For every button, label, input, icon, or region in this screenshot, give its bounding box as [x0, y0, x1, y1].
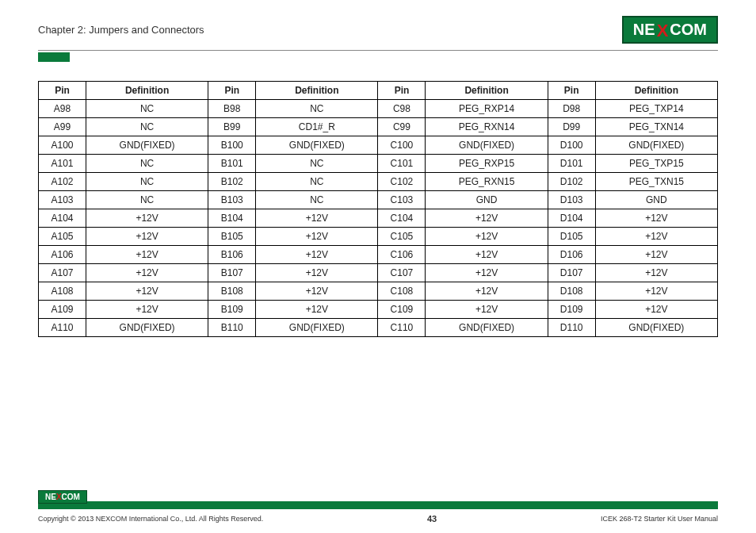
table-row: A104+12VB104+12VC104+12VD104+12V	[39, 209, 718, 228]
footer-brand-x-icon: X	[56, 493, 62, 501]
pin-cell: D100	[548, 136, 595, 155]
page-number: 43	[427, 514, 437, 523]
table-row: A107+12VB107+12VC107+12VD107+12V	[39, 264, 718, 282]
pin-cell: D110	[548, 319, 595, 337]
pin-cell: B105	[208, 228, 256, 246]
pin-cell: D98	[548, 100, 595, 118]
definition-cell: +12V	[86, 209, 208, 228]
pin-cell: A104	[39, 209, 86, 228]
pin-cell: B98	[208, 100, 256, 118]
pin-cell: A107	[39, 264, 86, 282]
pin-cell: B106	[208, 246, 256, 264]
definition-cell: +12V	[595, 282, 717, 301]
definition-cell: +12V	[86, 264, 208, 282]
definition-cell: NC	[256, 191, 378, 209]
pin-cell: B107	[208, 264, 256, 282]
pin-cell: C107	[378, 264, 426, 282]
pin-cell: D107	[548, 264, 595, 282]
pin-cell: B102	[208, 173, 256, 191]
definition-cell: PEG_TXN15	[595, 173, 717, 191]
col-header-pin: Pin	[378, 82, 426, 100]
pin-cell: C109	[378, 301, 426, 319]
pin-cell: D104	[548, 209, 595, 228]
pin-cell: A98	[39, 100, 86, 118]
definition-cell: +12V	[86, 301, 208, 319]
definition-cell: NC	[256, 155, 378, 173]
definition-cell: CD1#_R	[256, 118, 378, 136]
col-header-definition: Definition	[426, 82, 548, 100]
pin-cell: C102	[378, 173, 426, 191]
pin-cell: C110	[378, 319, 426, 337]
pin-cell: B109	[208, 301, 256, 319]
table-row: A106+12VB106+12VC106+12VD106+12V	[39, 246, 718, 264]
table-row: A101NCB101NCC101PEG_RXP15D101PEG_TXP15	[39, 155, 718, 173]
table-row: A105+12VB105+12VC105+12VD105+12V	[39, 228, 718, 246]
table-row: A102NCB102NCC102PEG_RXN15D102PEG_TXN15	[39, 173, 718, 191]
definition-cell: +12V	[595, 228, 717, 246]
definition-cell: +12V	[595, 246, 717, 264]
definition-cell: GND(FIXED)	[86, 136, 208, 155]
pin-cell: A109	[39, 301, 86, 319]
definition-cell: +12V	[256, 264, 378, 282]
table-row: A109+12VB109+12VC109+12VD109+12V	[39, 301, 718, 319]
definition-cell: +12V	[256, 282, 378, 301]
pin-cell: A108	[39, 282, 86, 301]
definition-cell: NC	[86, 100, 208, 118]
pin-cell: C103	[378, 191, 426, 209]
definition-cell: +12V	[256, 301, 378, 319]
definition-cell: GND(FIXED)	[256, 136, 378, 155]
pin-cell: D99	[548, 118, 595, 136]
pin-cell: A101	[39, 155, 86, 173]
definition-cell: GND	[595, 191, 717, 209]
definition-cell: +12V	[426, 282, 548, 301]
pin-cell: A103	[39, 191, 86, 209]
pin-cell: C99	[378, 118, 426, 136]
pin-cell: A105	[39, 228, 86, 246]
footer-bar: NEXCOM	[38, 501, 718, 509]
definition-cell: +12V	[256, 209, 378, 228]
table-row: A98NCB98NCC98PEG_RXP14D98PEG_TXP14	[39, 100, 718, 118]
table-row: A110GND(FIXED)B110GND(FIXED)C110GND(FIXE…	[39, 319, 718, 337]
definition-cell: NC	[256, 173, 378, 191]
pin-cell: C98	[378, 100, 426, 118]
col-header-pin: Pin	[39, 82, 86, 100]
definition-cell: +12V	[426, 209, 548, 228]
pin-cell: D105	[548, 228, 595, 246]
pin-cell: B104	[208, 209, 256, 228]
definition-cell: GND(FIXED)	[256, 319, 378, 337]
definition-cell: GND(FIXED)	[426, 319, 548, 337]
definition-cell: +12V	[86, 228, 208, 246]
definition-cell: +12V	[426, 264, 548, 282]
pin-definition-table: PinDefinitionPinDefinitionPinDefinitionP…	[38, 81, 718, 337]
pin-cell: D106	[548, 246, 595, 264]
definition-cell: PEG_TXP15	[595, 155, 717, 173]
pin-cell: A99	[39, 118, 86, 136]
pin-cell: A102	[39, 173, 86, 191]
definition-cell: +12V	[426, 301, 548, 319]
pin-cell: D103	[548, 191, 595, 209]
definition-cell: +12V	[256, 246, 378, 264]
pin-cell: B99	[208, 118, 256, 136]
pin-cell: B108	[208, 282, 256, 301]
pin-cell: A100	[39, 136, 86, 155]
definition-cell: +12V	[86, 282, 208, 301]
section-tab-stub	[38, 52, 70, 62]
definition-cell: NC	[256, 100, 378, 118]
definition-cell: NC	[86, 155, 208, 173]
pin-cell: C101	[378, 155, 426, 173]
pin-cell: D108	[548, 282, 595, 301]
definition-cell: PEG_RXN15	[426, 173, 548, 191]
pin-cell: D101	[548, 155, 595, 173]
definition-cell: +12V	[595, 209, 717, 228]
col-header-pin: Pin	[548, 82, 595, 100]
brand-logo: NEXCOM	[622, 16, 718, 44]
definition-cell: GND	[426, 191, 548, 209]
definition-cell: +12V	[595, 301, 717, 319]
definition-cell: +12V	[256, 228, 378, 246]
pin-cell: D102	[548, 173, 595, 191]
pin-cell: B110	[208, 319, 256, 337]
chapter-title: Chapter 2: Jumpers and Connectors	[38, 24, 204, 36]
definition-cell: +12V	[426, 228, 548, 246]
pin-cell: B101	[208, 155, 256, 173]
definition-cell: PEG_RXP15	[426, 155, 548, 173]
